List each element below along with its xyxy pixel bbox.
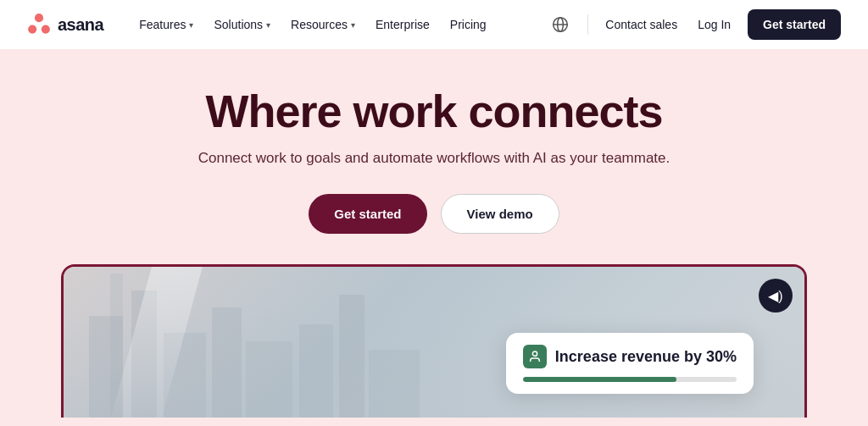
- chevron-down-icon: ▾: [351, 20, 355, 30]
- chevron-down-icon: ▾: [189, 20, 193, 30]
- nav-resources[interactable]: Resources ▾: [282, 13, 364, 36]
- hero-view-demo-button[interactable]: View demo: [441, 194, 559, 234]
- login-link[interactable]: Log In: [694, 14, 734, 35]
- nav-right: Contact sales Log In Get started: [547, 9, 841, 40]
- revenue-progress-bar: [523, 377, 737, 382]
- nav-solutions[interactable]: Solutions ▾: [205, 13, 279, 36]
- svg-point-1: [28, 25, 36, 34]
- language-selector[interactable]: [547, 11, 574, 38]
- hero-get-started-button[interactable]: Get started: [309, 194, 426, 234]
- sound-icon: ◀): [768, 288, 782, 304]
- svg-point-0: [35, 14, 43, 22]
- contact-sales-link[interactable]: Contact sales: [602, 14, 681, 35]
- nav-pricing[interactable]: Pricing: [442, 13, 495, 36]
- navbar: asana Features ▾ Solutions ▾ Resources ▾…: [0, 0, 868, 49]
- get-started-nav-button[interactable]: Get started: [748, 9, 841, 40]
- chevron-down-icon: ▾: [266, 20, 270, 30]
- hero-buttons: Get started View demo: [309, 194, 559, 234]
- video-frame: ◀) Increase revenue by 30%: [64, 267, 804, 418]
- revenue-text: Increase revenue by 30%: [555, 348, 737, 366]
- revenue-card-header: Increase revenue by 30%: [523, 345, 737, 368]
- nav-enterprise[interactable]: Enterprise: [367, 13, 438, 36]
- svg-point-2: [42, 25, 50, 34]
- logo-text: asana: [58, 15, 103, 35]
- hero-section: Where work connects Connect work to goal…: [0, 49, 868, 418]
- revenue-card: Increase revenue by 30%: [506, 333, 754, 394]
- hero-title: Where work connects: [205, 86, 662, 136]
- revenue-progress-fill: [523, 377, 677, 382]
- nav-divider: [587, 14, 588, 35]
- revenue-icon: [523, 345, 547, 368]
- nav-links: Features ▾ Solutions ▾ Resources ▾ Enter…: [131, 13, 547, 36]
- video-preview: ◀) Increase revenue by 30%: [61, 264, 807, 418]
- svg-point-6: [532, 351, 537, 356]
- nav-features[interactable]: Features ▾: [131, 13, 202, 36]
- hero-subtitle: Connect work to goals and automate workf…: [198, 150, 670, 167]
- logo[interactable]: asana: [27, 13, 103, 36]
